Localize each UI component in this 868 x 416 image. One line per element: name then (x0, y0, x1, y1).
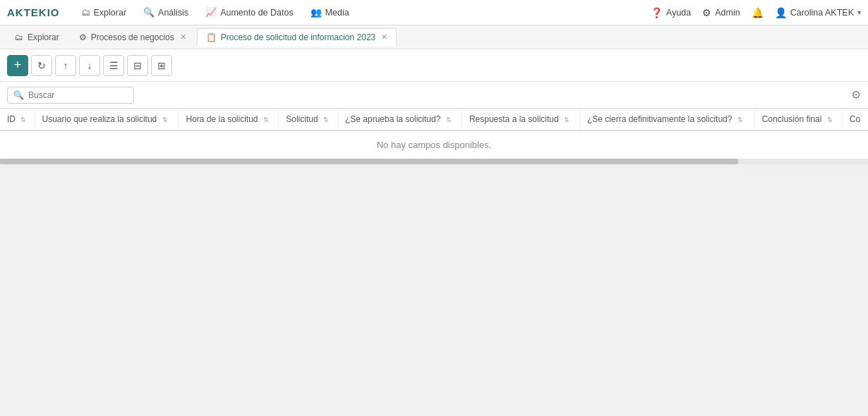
sort-icon: ⇅ (737, 116, 743, 123)
sort-icon: ⇅ (263, 116, 269, 123)
col-aprueba[interactable]: ¿Se aprueba la solicitud? ⇅ (337, 109, 462, 130)
sort-icon: ⇅ (323, 116, 329, 123)
settings-icon: ⚙ (702, 7, 711, 18)
col-hora[interactable]: Hora de la solicitud ⇅ (179, 109, 279, 130)
search-icon: 🔍 (13, 90, 24, 100)
nav-left: AKTEKIO 🗂 Explorar 🔍 Análisis 📈 Aumento … (7, 4, 356, 20)
table-container: ID ⇅ Usuario que realiza la solicitud ⇅ … (0, 109, 868, 164)
notification-button[interactable]: 🔔 (752, 7, 764, 18)
search-icon: 🔍 (143, 7, 155, 18)
upload-button[interactable]: ↑ (55, 55, 76, 76)
tab-label-explorar: Explorar (28, 32, 59, 42)
tab-proceso-solicitud[interactable]: 📋 Proceso de solicitud de información 20… (197, 28, 397, 47)
data-table: ID ⇅ Usuario que realiza la solicitud ⇅ … (0, 109, 868, 159)
horizontal-scrollbar[interactable] (0, 159, 868, 164)
empty-message: No hay campos disponibles. (0, 130, 868, 159)
search-input[interactable] (28, 90, 120, 100)
col-usuario[interactable]: Usuario que realiza la solicitud ⇅ (35, 109, 179, 130)
list-button[interactable]: ☰ (103, 55, 124, 76)
nav-right: ❓ Ayuda ⚙ Admin 🔔 👤 Carolina AKTEK ▾ (651, 7, 861, 18)
help-button[interactable]: ❓ Ayuda (651, 7, 691, 18)
search-box[interactable]: 🔍 (7, 87, 134, 104)
table-header-row: ID ⇅ Usuario que realiza la solicitud ⇅ … (0, 109, 868, 130)
document-icon: 📋 (206, 32, 217, 42)
folder-icon: 🗂 (15, 32, 23, 42)
toolbar: + ↻ ↑ ↓ ☰ ⊟ ⊞ (0, 49, 868, 82)
refresh-button[interactable]: ↻ (31, 55, 52, 76)
nav-label-explorar: Explorar (94, 8, 127, 18)
admin-button[interactable]: ⚙ Admin (702, 7, 740, 18)
scroll-thumb (0, 159, 738, 164)
add-button[interactable]: + (7, 55, 28, 76)
tab-close-procesos[interactable]: ✕ (180, 32, 186, 42)
bell-icon: 🔔 (752, 7, 764, 18)
help-icon: ❓ (651, 7, 663, 18)
sort-icon: ⇅ (446, 116, 452, 123)
nav-items: 🗂 Explorar 🔍 Análisis 📈 Aumento de Datos… (74, 4, 356, 20)
sort-icon: ⇅ (162, 116, 168, 123)
nav-item-analisis[interactable]: 🔍 Análisis (136, 4, 195, 20)
nav-item-media[interactable]: 👥 Media (303, 4, 356, 20)
logo-text: AKTEKIO (7, 6, 60, 18)
tab-bar: 🗂 Explorar ⚙ Procesos de negocios ✕ 📋 Pr… (0, 25, 868, 49)
tab-label-procesos: Procesos de negocios (91, 32, 174, 42)
sort-icon: ⇅ (827, 116, 833, 123)
empty-row: No hay campos disponibles. (0, 130, 868, 159)
col-id[interactable]: ID ⇅ (0, 109, 35, 130)
col-respuesta[interactable]: Respuesta a la solicitud ⇅ (462, 109, 579, 130)
group-icon: 👥 (311, 7, 322, 18)
help-label: Ayuda (666, 8, 691, 18)
filter-button[interactable]: ⊟ (127, 55, 148, 76)
nav-item-aumento[interactable]: 📈 Aumento de Datos (198, 4, 301, 20)
logo[interactable]: AKTEKIO (7, 6, 60, 18)
col-extra[interactable]: Co (842, 109, 868, 130)
nav-label-media: Media (325, 8, 349, 18)
nav-label-analisis: Análisis (158, 8, 188, 18)
nav-item-explorar[interactable]: 🗂 Explorar (74, 4, 134, 20)
nav-label-aumento: Aumento de Datos (220, 8, 294, 18)
grid-button[interactable]: ⊞ (151, 55, 172, 76)
user-menu[interactable]: 👤 Carolina AKTEK ▾ (775, 7, 861, 18)
sort-icon: ⇅ (20, 116, 26, 123)
col-solicitud[interactable]: Solicitud ⇅ (279, 109, 338, 130)
search-area: 🔍 ⚙ (0, 82, 868, 109)
admin-label: Admin (715, 8, 740, 18)
tab-procesos[interactable]: ⚙ Procesos de negocios ✕ (70, 28, 195, 47)
user-label: Carolina AKTEK (790, 8, 854, 18)
tab-close-proceso-solicitud[interactable]: ✕ (381, 32, 387, 42)
settings-icon: ⚙ (79, 32, 87, 42)
chart-icon: 📈 (205, 7, 217, 18)
col-conclusion[interactable]: Conclusión final ⇅ (754, 109, 842, 130)
chevron-down-icon: ▾ (857, 8, 861, 16)
folder-icon: 🗂 (81, 7, 90, 18)
column-settings-icon[interactable]: ⚙ (851, 88, 861, 102)
download-button[interactable]: ↓ (79, 55, 100, 76)
user-icon: 👤 (775, 7, 787, 18)
top-navigation: AKTEKIO 🗂 Explorar 🔍 Análisis 📈 Aumento … (0, 0, 868, 25)
tab-label-proceso-solicitud: Proceso de solicitud de información 2023 (221, 32, 375, 42)
content-area (0, 164, 868, 416)
tab-explorar[interactable]: 🗂 Explorar (6, 28, 68, 47)
col-cierra[interactable]: ¿Se cierra definitivamente la solicitud?… (580, 109, 755, 130)
sort-icon: ⇅ (564, 116, 569, 123)
